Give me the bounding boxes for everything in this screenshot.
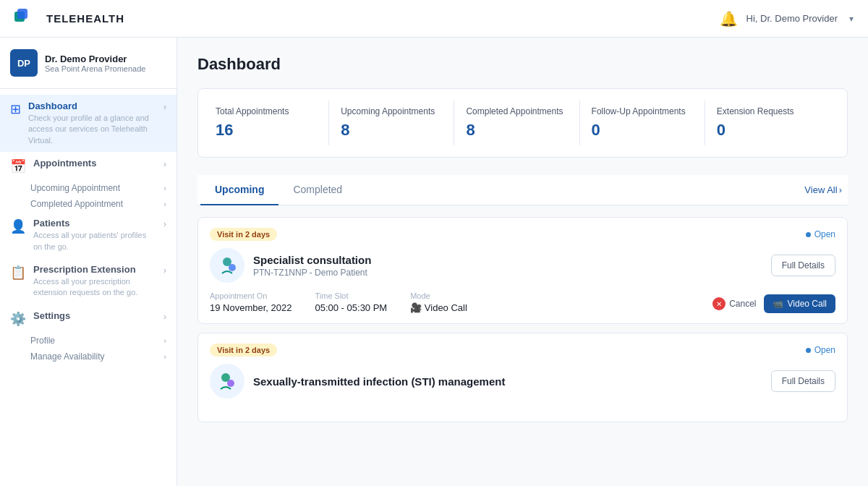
completed-appt-label: Completed Appointment — [30, 199, 123, 209]
mode-group: Mode 🎥 Video Call — [410, 291, 467, 313]
user-card: DP Dr. Demo Provider Sea Point Arena Pro… — [0, 38, 176, 89]
manage-availability-label: Manage Availability — [30, 351, 105, 362]
topnav: TELEHEALTH 🔔 Hi, Dr. Demo Provider ▾ — [0, 0, 868, 38]
appointment-time: 05:00 - 05:30 PM — [315, 302, 387, 313]
avatar: DP — [10, 49, 38, 77]
chevron-down-icon[interactable]: ▾ — [849, 14, 854, 24]
settings-arrow-icon: › — [163, 312, 166, 322]
svg-point-5 — [227, 380, 234, 387]
appointment-date: 19 November, 2022 — [210, 302, 292, 313]
upcoming-appt-label: Upcoming Appointment — [30, 183, 120, 193]
user-org: Sea Point Arena Promenade — [45, 64, 145, 73]
stat-completed-value: 8 — [466, 121, 567, 140]
appointment-icon — [210, 364, 244, 398]
profile-label: Profile — [30, 336, 55, 346]
layout: DP Dr. Demo Provider Sea Point Arena Pro… — [0, 38, 868, 486]
patients-label: Patients — [33, 218, 156, 229]
stat-followup-label: Follow-Up Appointments — [592, 106, 693, 116]
stat-extension-label: Extension Requests — [717, 106, 818, 116]
settings-icon: ⚙️ — [10, 311, 26, 327]
sidebar-subitem-manage-availability[interactable]: Manage Availability › — [30, 349, 176, 364]
appointment-card: Visit in 2 days Open — [197, 217, 848, 324]
view-all-link[interactable]: View All › — [801, 176, 845, 204]
appointments-label: Appointments — [33, 158, 156, 169]
cancel-button[interactable]: ✕ Cancel — [712, 297, 756, 310]
dashboard-icon: ⊞ — [10, 101, 21, 117]
stat-upcoming-label: Upcoming Appointments — [341, 106, 442, 116]
tabs-row: Upcoming Completed View All › — [197, 175, 848, 205]
patients-arrow-icon: › — [163, 219, 166, 229]
manage-availability-arrow-icon: › — [163, 352, 166, 361]
prescription-desc: Access all your prescription extension r… — [33, 276, 156, 299]
logo-area: TELEHEALTH — [14, 9, 124, 29]
video-call-button[interactable]: 📹 Video Call — [764, 294, 835, 313]
dashboard-label: Dashboard — [28, 101, 156, 111]
full-details-button[interactable]: Full Details — [771, 255, 835, 276]
sidebar-item-dashboard[interactable]: ⊞ Dashboard Check your profile at a glan… — [0, 95, 176, 152]
stat-extension-value: 0 — [717, 121, 818, 140]
upcoming-appt-arrow-icon: › — [163, 184, 166, 192]
svg-point-3 — [229, 264, 236, 271]
view-all-arrow-icon: › — [839, 184, 842, 195]
bell-icon[interactable]: 🔔 — [720, 10, 738, 27]
sidebar-item-prescription[interactable]: 📋 Prescription Extension Access all your… — [0, 258, 176, 304]
stat-upcoming-value: 8 — [341, 121, 442, 140]
stat-followup-value: 0 — [592, 121, 693, 140]
user-greeting: Hi, Dr. Demo Provider — [746, 13, 838, 24]
appointment-info: Specialist consultation PTN-TZ1NNP - Dem… — [253, 254, 762, 278]
sidebar-item-settings[interactable]: ⚙️ Settings › — [0, 304, 176, 333]
appointment-patient: PTN-TZ1NNP - Demo Patient — [253, 268, 762, 278]
visit-badge: Visit in 2 days — [210, 228, 277, 241]
sidebar: DP Dr. Demo Provider Sea Point Arena Pro… — [0, 38, 177, 486]
appointment-icon — [210, 248, 244, 283]
cancel-icon: ✕ — [712, 297, 726, 310]
time-slot-label: Time Slot — [315, 291, 387, 300]
appointment-mode: 🎥 Video Call — [410, 302, 467, 313]
sidebar-subitem-completed-appointment[interactable]: Completed Appointment › — [30, 196, 176, 212]
sidebar-subitem-profile[interactable]: Profile › — [30, 333, 176, 349]
nav-items: ⊞ Dashboard Check your profile at a glan… — [0, 89, 176, 370]
appointment-on-label: Appointment On — [210, 291, 292, 300]
visit-badge: Visit in 2 days — [210, 344, 277, 357]
time-slot-group: Time Slot 05:00 - 05:30 PM — [315, 291, 387, 313]
stat-total-label: Total Appointments — [216, 106, 317, 116]
stat-followup-appointments: Follow-Up Appointments 0 — [580, 101, 705, 145]
main-content: Dashboard Total Appointments 16 Upcoming… — [177, 38, 868, 486]
tab-completed[interactable]: Completed — [278, 175, 357, 205]
stat-completed-label: Completed Appointments — [466, 106, 567, 116]
sidebar-item-appointments[interactable]: 📅 Appointments › — [0, 152, 176, 180]
page-title: Dashboard — [197, 55, 848, 74]
patients-icon: 👤 — [10, 218, 26, 234]
prescription-arrow-icon: › — [163, 265, 166, 276]
sidebar-subitem-upcoming-appointment[interactable]: Upcoming Appointment › — [30, 180, 176, 196]
svg-rect-1 — [17, 9, 27, 19]
prescription-icon: 📋 — [10, 265, 26, 281]
appointments-list: Visit in 2 days Open — [197, 217, 848, 422]
user-info: Dr. Demo Provider Sea Point Arena Promen… — [45, 54, 145, 73]
dashboard-desc: Check your profile at a glance and acces… — [28, 113, 156, 146]
appointments-sub-items: Upcoming Appointment › Completed Appoint… — [0, 180, 176, 212]
status-dot — [806, 232, 811, 237]
appointment-title: Sexually-transmitted infection (STI) man… — [253, 375, 762, 388]
tab-upcoming[interactable]: Upcoming — [200, 175, 278, 205]
full-details-button[interactable]: Full Details — [771, 370, 835, 392]
stat-upcoming-appointments: Upcoming Appointments 8 — [329, 101, 454, 145]
appointment-actions: ✕ Cancel 📹 Video Call — [712, 294, 835, 313]
nav-right: 🔔 Hi, Dr. Demo Provider ▾ — [720, 10, 854, 27]
stat-total-appointments: Total Appointments 16 — [216, 101, 329, 145]
video-call-icon: 📹 — [773, 299, 783, 309]
sidebar-item-patients[interactable]: 👤 Patients Access all your patients' pro… — [0, 212, 176, 258]
stat-total-value: 16 — [216, 121, 317, 140]
status-badge: Open — [806, 229, 835, 239]
stats-row: Total Appointments 16 Upcoming Appointme… — [197, 88, 848, 158]
appointment-title: Specialist consultation — [253, 254, 762, 266]
logo-icon — [14, 9, 41, 29]
appointment-card: Visit in 2 days Open — [197, 333, 848, 422]
logo-text: TELEHEALTH — [46, 12, 124, 25]
profile-arrow-icon: › — [163, 336, 166, 345]
video-icon: 🎥 — [410, 302, 422, 313]
stat-completed-appointments: Completed Appointments 8 — [454, 101, 579, 145]
mode-label: Mode — [410, 291, 467, 300]
settings-label: Settings — [33, 310, 156, 321]
appointments-arrow-icon: › — [163, 159, 166, 169]
